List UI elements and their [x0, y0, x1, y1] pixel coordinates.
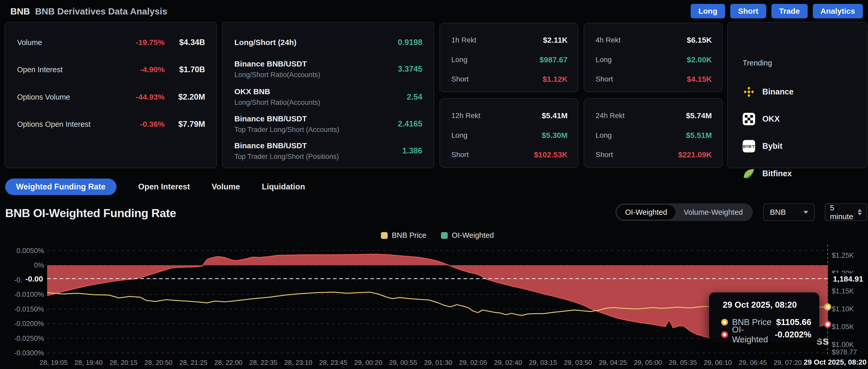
tooltip-series-value: -0.0202%	[775, 330, 811, 339]
tooltip-title: 29 Oct 2025, 08:20	[723, 300, 797, 310]
y-axis-label-left: -0.0300%	[3, 348, 44, 357]
funding-area-negative	[47, 265, 203, 296]
x-axis-label: 28, 20:15	[110, 358, 137, 367]
x-axis-label: 28, 23:45	[319, 358, 347, 367]
y-axis-label-left: -0.0100%	[3, 290, 44, 299]
x-axis-label: 29, 04:25	[599, 358, 627, 367]
x-axis-label: 29, 06:10	[704, 358, 732, 367]
y-axis-label-right: $1.15K	[832, 287, 854, 296]
tooltip-series-dot	[721, 331, 728, 338]
y-axis-label-left: -0.0250%	[3, 334, 44, 343]
x-axis-label: 29, 00:55	[389, 358, 417, 367]
legend-swatch-icon	[441, 232, 448, 239]
x-axis-label: 29, 02:05	[459, 358, 487, 367]
price-end-dot	[825, 304, 831, 310]
x-axis-label: 28, 22:00	[214, 358, 242, 367]
y-axis-label-right: $1.10K	[832, 305, 854, 313]
x-axis-label: 29, 06:45	[739, 358, 767, 367]
legend-label: OI-Weighted	[452, 231, 494, 240]
y-axis-label-right: $978.77	[832, 348, 857, 357]
y-axis-label-right: $1.25K	[832, 251, 854, 260]
bnb-derivatives-dashboard: BNB BNB Derivatives Data Analysis LongSh…	[0, 0, 868, 369]
funding-cursor-badge: -0.00	[23, 273, 45, 284]
x-axis-label: 29, 03:15	[529, 358, 557, 367]
chart-legend: BNB PriceOI-Weighted	[381, 231, 494, 240]
funding-end-dot	[825, 322, 831, 327]
x-axis-label: 28, 19:40	[74, 358, 102, 367]
legend-item-oi-weighted[interactable]: OI-Weighted	[441, 231, 494, 240]
chart-tooltip: 29 Oct 2025, 08:20 BNB Price$1105.66OI-W…	[709, 292, 819, 342]
tooltip-row: OI-Weighted-0.0202%	[721, 329, 811, 340]
y-axis-label-left: -0.0200%	[3, 319, 44, 328]
x-axis-label: 28, 19:05	[40, 358, 68, 367]
tooltip-series-label: OI-Weighted	[732, 325, 771, 344]
x-axis-label: 29, 00:20	[354, 358, 382, 367]
x-axis-label: 29, 01:30	[424, 358, 452, 367]
y-axis-label-right: $1.05K	[832, 323, 854, 331]
y-axis-label-left: 0.0050%	[3, 246, 44, 255]
legend-swatch-icon	[381, 232, 388, 239]
y-axis-label-left: -0.0150%	[3, 305, 44, 314]
x-axis-label: 29, 05:00	[634, 358, 662, 367]
date-cursor-badge: 29 Oct 2025, 08:20	[802, 356, 868, 368]
x-axis-label: 29, 02:40	[494, 358, 522, 367]
x-axis-label: 28, 22:35	[249, 358, 277, 367]
x-axis-label: 28, 20:50	[145, 358, 173, 367]
x-axis-label: 29, 05:35	[669, 358, 697, 367]
tooltip-series-dot	[721, 319, 728, 326]
x-axis-label: 29, 07:20	[774, 358, 802, 367]
x-axis-label: 29, 03:50	[564, 358, 592, 367]
legend-label: BNB Price	[392, 231, 427, 240]
tooltip-series-value: $1105.66	[776, 317, 811, 327]
y-axis-label-left: 0%	[3, 261, 44, 270]
legend-item-bnb-price[interactable]: BNB Price	[381, 231, 427, 240]
price-cursor-badge: 1,184.91	[830, 273, 866, 284]
x-axis-label: 28, 21:25	[180, 358, 208, 367]
x-axis-label: 28, 23:10	[284, 358, 312, 367]
